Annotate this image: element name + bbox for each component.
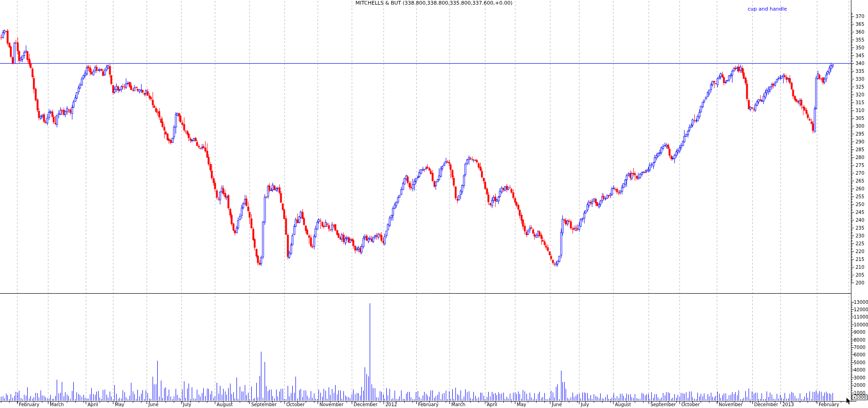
chart-title: MITCHELLS & BUT (338.800,338.800,335.800… [0, 0, 868, 6]
month-label: June [148, 402, 159, 407]
price-axis-label: 295 [856, 131, 864, 136]
candlestick-chart-canvas[interactable] [0, 0, 868, 408]
month-label: May [115, 402, 124, 407]
price-axis-label: 325 [856, 84, 864, 89]
mouse-cursor-icon [846, 397, 852, 408]
price-axis-label: 270 [856, 171, 864, 176]
price-axis-label: 305 [856, 116, 864, 121]
price-axis-label: 330 [856, 77, 864, 82]
volume-axis-label: 12000 [854, 307, 868, 312]
price-axis-label: 265 [856, 178, 864, 183]
month-label: February [418, 402, 438, 407]
price-axis-label: 240 [856, 218, 864, 223]
volume-axis-label: 5000 [854, 360, 865, 365]
volume-axis-label: 9000 [854, 330, 865, 335]
metastock-chart-window: MITCHELLS & BUT (338.800,338.800,335.800… [0, 0, 868, 408]
volume-axis-label: 6000 [854, 352, 865, 357]
volume-axis-label: 7000 [854, 345, 865, 350]
month-label: August [217, 402, 233, 407]
month-label: February [819, 402, 839, 407]
month-label: 2013 [782, 402, 794, 407]
month-label: October [681, 402, 700, 407]
volume-axis-label: 3000 [854, 375, 865, 380]
price-axis-label: 370 [856, 14, 864, 19]
price-axis-label: 260 [856, 186, 864, 191]
month-label: November [319, 402, 343, 407]
price-axis-label: 275 [856, 163, 864, 168]
month-label: March [50, 402, 64, 407]
price-axis-label: 255 [856, 194, 864, 199]
volume-axis-label: 11000 [854, 314, 868, 319]
month-label: August [615, 402, 631, 407]
price-axis-label: 310 [856, 108, 864, 113]
volume-axis-label: 13000 [854, 300, 868, 305]
month-label: May [517, 402, 526, 407]
price-axis-label: 350 [856, 45, 864, 50]
month-label: December [354, 402, 378, 407]
month-label: March [451, 402, 465, 407]
price-axis-label: 365 [856, 22, 864, 27]
price-axis-label: 205 [856, 272, 864, 278]
price-axis-label: 340 [856, 61, 864, 66]
price-axis-label: 355 [856, 37, 864, 42]
price-axis-label: 320 [856, 92, 864, 97]
price-axis-label: 315 [856, 100, 864, 105]
price-axis-label: 230 [856, 233, 864, 238]
price-axis-label: 245 [856, 210, 864, 215]
price-axis-label: 335 [856, 69, 864, 74]
month-label: September [650, 402, 676, 407]
month-label: October [286, 402, 305, 407]
month-label: June [552, 402, 562, 407]
price-axis-label: 210 [856, 265, 864, 270]
price-axis-label: 300 [856, 124, 864, 129]
volume-axis-label: 4000 [854, 367, 865, 373]
month-label: December [754, 402, 778, 407]
month-label: April [88, 402, 98, 407]
month-label: July [581, 402, 589, 407]
price-axis-label: 360 [856, 30, 864, 35]
price-axis-label: 200 [856, 280, 864, 285]
price-axis-label: 345 [856, 53, 864, 58]
price-axis-label: 235 [856, 225, 864, 231]
month-label: November [719, 402, 743, 407]
volume-axis-label: 10000 [854, 322, 868, 327]
month-label: 2012 [385, 402, 397, 407]
price-axis-label: 225 [856, 241, 864, 246]
month-label: February [19, 402, 39, 407]
price-axis-label: 220 [856, 249, 864, 254]
price-axis-label: 285 [856, 147, 864, 152]
cup-and-handle-annotation[interactable]: cup and handle [748, 6, 787, 12]
month-label: September [251, 402, 277, 407]
volume-scale-unit: x1000 [852, 395, 868, 400]
month-label: April [487, 402, 497, 407]
price-axis-label: 250 [856, 202, 864, 207]
month-label: July [183, 402, 191, 407]
price-axis-label: 280 [856, 155, 864, 160]
volume-axis-label: 8000 [854, 337, 865, 343]
price-axis-label: 290 [856, 139, 864, 144]
price-axis-label: 215 [856, 257, 864, 262]
volume-axis-label: 2000 [854, 383, 865, 388]
